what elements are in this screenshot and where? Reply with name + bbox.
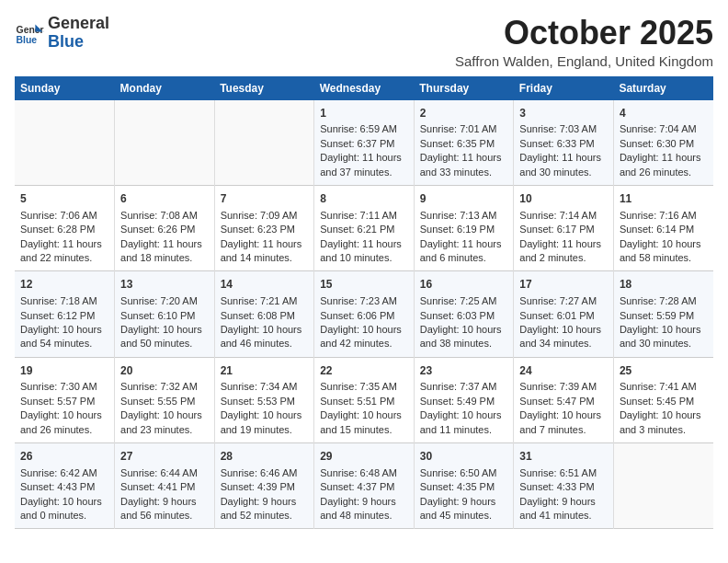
day-number: 15 [320,277,408,293]
day-info: Daylight: 11 hours and 22 minutes. [20,237,108,266]
day-info: Sunset: 6:12 PM [20,309,108,323]
day-number: 10 [519,191,608,207]
calendar-cell: 1Sunrise: 6:59 AMSunset: 6:37 PMDaylight… [314,100,415,186]
svg-text:Blue: Blue [17,35,38,45]
week-row-2: 5Sunrise: 7:06 AMSunset: 6:28 PMDaylight… [15,185,713,270]
calendar-cell: 2Sunrise: 7:01 AMSunset: 6:35 PMDaylight… [414,100,514,186]
day-number: 6 [120,191,209,207]
day-info: Sunrise: 7:23 AM [320,294,408,308]
calendar-cell: 13Sunrise: 7:20 AMSunset: 6:10 PMDayligh… [115,271,215,357]
calendar-cell: 20Sunrise: 7:32 AMSunset: 5:55 PMDayligh… [115,357,215,442]
day-number: 4 [620,106,708,121]
week-row-1: 1Sunrise: 6:59 AMSunset: 6:37 PMDaylight… [15,100,713,186]
day-info: Sunset: 5:59 PM [620,309,708,323]
calendar-cell: 23Sunrise: 7:37 AMSunset: 5:49 PMDayligh… [414,357,514,442]
calendar-cell: 28Sunrise: 6:46 AMSunset: 4:39 PMDayligh… [214,443,314,529]
day-header-saturday: Saturday [613,76,713,100]
day-info: Sunset: 6:17 PM [519,223,608,236]
day-info: Daylight: 10 hours and 50 minutes. [120,323,209,351]
day-info: Daylight: 9 hours and 48 minutes. [320,495,408,523]
day-info: Sunrise: 7:11 AM [320,209,408,223]
calendar-cell: 7Sunrise: 7:09 AMSunset: 6:23 PMDaylight… [214,185,314,270]
day-info: Sunrise: 6:42 AM [20,466,108,480]
day-info: Daylight: 11 hours and 18 minutes. [120,237,209,266]
day-info: Sunrise: 7:21 AM [221,294,309,308]
calendar-cell [115,100,215,186]
day-number: 8 [320,191,408,207]
day-info: Sunset: 6:01 PM [519,309,608,323]
day-info: Sunrise: 7:08 AM [120,209,209,223]
calendar-cell: 6Sunrise: 7:08 AMSunset: 6:26 PMDaylight… [115,185,215,270]
day-info: Daylight: 10 hours and 19 minutes. [221,408,309,437]
days-header-row: SundayMondayTuesdayWednesdayThursdayFrid… [15,76,713,100]
calendar-cell: 10Sunrise: 7:14 AMSunset: 6:17 PMDayligh… [514,185,614,270]
day-number: 16 [420,277,508,293]
calendar-cell: 16Sunrise: 7:25 AMSunset: 6:03 PMDayligh… [414,271,514,357]
calendar-cell: 26Sunrise: 6:42 AMSunset: 4:43 PMDayligh… [15,443,115,529]
day-header-thursday: Thursday [414,76,514,100]
day-info: Daylight: 9 hours and 41 minutes. [519,495,608,523]
day-number: 12 [20,277,108,293]
day-info: Sunset: 5:49 PM [420,395,508,408]
page-header: General Blue General Blue October 2025 S… [15,15,713,69]
logo-icon: General Blue [15,18,44,48]
day-info: Daylight: 11 hours and 26 minutes. [620,151,708,179]
day-info: Sunset: 6:23 PM [221,223,309,236]
calendar-cell: 4Sunrise: 7:04 AMSunset: 6:30 PMDaylight… [613,100,713,186]
day-info: Sunset: 6:30 PM [620,137,708,151]
day-info: Sunrise: 6:48 AM [320,466,408,480]
calendar-cell: 30Sunrise: 6:50 AMSunset: 4:35 PMDayligh… [414,443,514,529]
day-info: Daylight: 10 hours and 3 minutes. [620,408,708,437]
logo: General Blue General Blue [15,15,109,52]
day-info: Daylight: 10 hours and 34 minutes. [519,323,608,351]
calendar-cell: 9Sunrise: 7:13 AMSunset: 6:19 PMDaylight… [414,185,514,270]
month-title: October 2025 [455,15,713,52]
day-info: Daylight: 10 hours and 26 minutes. [20,408,108,437]
week-row-5: 26Sunrise: 6:42 AMSunset: 4:43 PMDayligh… [15,443,713,529]
day-info: Daylight: 11 hours and 30 minutes. [519,151,608,179]
day-number: 9 [420,191,508,207]
day-info: Sunset: 6:26 PM [120,223,209,236]
day-info: Sunrise: 7:18 AM [20,294,108,308]
calendar-cell: 27Sunrise: 6:44 AMSunset: 4:41 PMDayligh… [115,443,215,529]
day-info: Sunset: 6:33 PM [519,137,608,151]
day-number: 7 [221,191,309,207]
day-info: Sunset: 4:37 PM [320,480,408,494]
day-info: Sunrise: 7:13 AM [420,209,508,223]
day-info: Sunset: 6:28 PM [20,223,108,236]
day-info: Sunset: 5:45 PM [620,395,708,408]
day-info: Sunset: 6:14 PM [620,223,708,236]
day-info: Sunset: 6:21 PM [320,223,408,236]
logo-general-text: General [48,14,109,32]
calendar-cell: 18Sunrise: 7:28 AMSunset: 5:59 PMDayligh… [613,271,713,357]
day-info: Sunset: 6:08 PM [221,309,309,323]
day-number: 19 [20,363,108,379]
day-info: Sunrise: 6:46 AM [221,466,309,480]
day-info: Sunrise: 7:35 AM [320,380,408,394]
day-info: Daylight: 10 hours and 58 minutes. [620,237,708,266]
day-info: Sunrise: 7:16 AM [620,209,708,223]
day-info: Sunrise: 7:09 AM [221,209,309,223]
day-info: Daylight: 10 hours and 42 minutes. [320,323,408,351]
calendar-cell [214,100,314,186]
day-info: Daylight: 10 hours and 23 minutes. [120,408,209,437]
day-number: 31 [519,449,608,465]
calendar-cell [613,443,713,529]
day-number: 26 [20,449,108,465]
day-info: Sunrise: 6:51 AM [519,466,608,480]
calendar-cell: 25Sunrise: 7:41 AMSunset: 5:45 PMDayligh… [613,357,713,442]
day-number: 29 [320,449,408,465]
day-number: 24 [519,363,608,379]
day-info: Sunset: 5:57 PM [20,395,108,408]
location-title: Saffron Walden, England, United Kingdom [455,53,713,69]
day-info: Sunset: 5:51 PM [320,395,408,408]
day-info: Sunrise: 7:06 AM [20,209,108,223]
day-info: Sunset: 6:03 PM [420,309,508,323]
day-number: 22 [320,363,408,379]
day-header-wednesday: Wednesday [314,76,415,100]
day-info: Sunrise: 7:25 AM [420,294,508,308]
day-number: 30 [420,449,508,465]
day-info: Daylight: 10 hours and 46 minutes. [221,323,309,351]
day-number: 1 [320,106,408,121]
day-number: 14 [221,277,309,293]
